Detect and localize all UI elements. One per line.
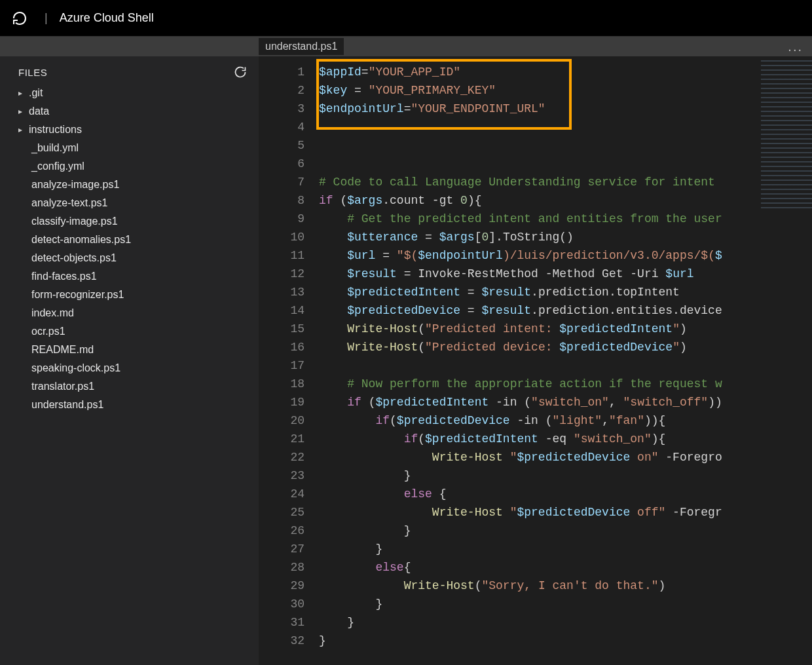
file-label: form-recognizer.ps1 — [31, 289, 124, 301]
file-item[interactable]: index.md — [0, 304, 259, 322]
folder-label: instructions — [29, 124, 82, 136]
chevron-right-icon: ▸ — [18, 125, 25, 134]
file-label: speaking-clock.ps1 — [31, 362, 120, 374]
file-label: translator.ps1 — [31, 381, 94, 392]
tab-file[interactable]: understand.ps1 — [259, 38, 344, 55]
folder-item[interactable]: ▸instructions — [0, 121, 259, 139]
file-item[interactable]: speaking-clock.ps1 — [0, 359, 259, 377]
folder-label: .git — [29, 87, 43, 99]
tab-overflow-menu[interactable]: ... — [788, 39, 803, 54]
file-item[interactable]: find-faces.ps1 — [0, 267, 259, 286]
code-editor[interactable]: 1234567891011121314151617181920212223242… — [259, 56, 812, 665]
refresh-icon[interactable] — [234, 66, 247, 79]
chevron-right-icon: ▸ — [18, 107, 25, 116]
file-item[interactable]: detect-anomalies.ps1 — [0, 231, 259, 249]
folder-item[interactable]: ▸.git — [0, 84, 259, 102]
file-item[interactable]: _build.yml — [0, 139, 259, 157]
file-label: find-faces.ps1 — [31, 271, 97, 282]
folder-label: data — [29, 105, 49, 117]
file-label: detect-objects.ps1 — [31, 252, 117, 264]
titlebar-divider: | — [45, 11, 48, 25]
file-label: classify-image.ps1 — [31, 216, 118, 227]
file-label: detect-anomalies.ps1 — [31, 234, 131, 246]
file-item[interactable]: analyze-image.ps1 — [0, 176, 259, 194]
file-item[interactable]: detect-objects.ps1 — [0, 249, 259, 267]
file-label: analyze-image.ps1 — [31, 179, 119, 191]
file-item[interactable]: analyze-text.ps1 — [0, 194, 259, 212]
file-label: ocr.ps1 — [31, 326, 65, 337]
titlebar: | Azure Cloud Shell — [0, 0, 812, 37]
line-gutter: 1234567891011121314151617181920212223242… — [259, 56, 319, 665]
chevron-right-icon: ▸ — [18, 88, 25, 98]
file-label: understand.ps1 — [31, 399, 103, 411]
file-label: index.md — [31, 307, 74, 319]
app-title: Azure Cloud Shell — [60, 11, 154, 25]
reload-icon[interactable] — [12, 10, 28, 26]
file-item[interactable]: _config.yml — [0, 157, 259, 176]
file-item[interactable]: README.md — [0, 341, 259, 359]
code-content[interactable]: $appId="YOUR_APP_ID"$key = "YOUR_PRIMARY… — [319, 56, 812, 665]
file-label: analyze-text.ps1 — [31, 197, 108, 209]
file-item[interactable]: classify-image.ps1 — [0, 212, 259, 231]
file-item[interactable]: form-recognizer.ps1 — [0, 286, 259, 304]
file-label: _build.yml — [31, 142, 79, 154]
file-item[interactable]: translator.ps1 — [0, 377, 259, 396]
file-label: README.md — [31, 344, 94, 356]
tabbar: understand.ps1 ... — [0, 37, 812, 56]
file-item[interactable]: understand.ps1 — [0, 396, 259, 414]
folder-item[interactable]: ▸data — [0, 102, 259, 121]
minimap[interactable] — [761, 60, 812, 211]
file-explorer: FILES ▸.git▸data▸instructions_build.yml_… — [0, 56, 259, 665]
files-section-label: FILES — [18, 67, 47, 78]
file-label: _config.yml — [31, 161, 84, 172]
file-item[interactable]: ocr.ps1 — [0, 322, 259, 341]
